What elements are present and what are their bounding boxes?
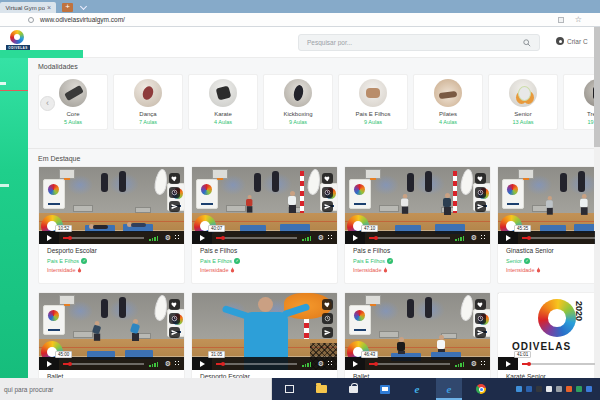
volume-icon[interactable] (302, 362, 311, 367)
video-thumbnail[interactable]: 46:43 ⚙ (345, 293, 490, 370)
site-search[interactable] (298, 34, 540, 51)
tray-icon[interactable] (576, 386, 582, 392)
modalidade-card[interactable]: Dança 7 Aulas (113, 74, 183, 130)
site-logo-icon[interactable] (10, 30, 24, 44)
volume-icon[interactable] (455, 362, 464, 367)
address-bar[interactable]: www.odivelasvirtualgym.com/ ☆ (0, 13, 600, 27)
volume-icon[interactable] (455, 236, 464, 241)
mail-button[interactable] (372, 378, 398, 400)
video-thumbnail[interactable]: 40:07 ⚙ (192, 167, 337, 244)
browser-tab[interactable]: Virtual Gym po × (0, 2, 56, 13)
tab-close-icon[interactable]: × (47, 4, 51, 11)
favorite-heart-icon[interactable] (475, 173, 486, 184)
scrollbar-thumb[interactable] (594, 27, 600, 147)
fullscreen-icon[interactable] (327, 360, 333, 366)
play-button[interactable] (345, 357, 365, 370)
progress-bar[interactable] (522, 237, 595, 239)
modalidade-card[interactable]: Treino F 19 Aulas (563, 74, 595, 130)
video-card[interactable]: ODIVELAS2020 41:01 ⚙ Karaté Senior (497, 292, 595, 378)
favorite-heart-icon[interactable] (322, 173, 333, 184)
watch-later-clock-icon[interactable] (169, 313, 180, 324)
fullscreen-icon[interactable] (480, 234, 486, 240)
favorite-heart-icon[interactable] (169, 173, 180, 184)
video-thumbnail[interactable]: 45:35 ⚙ (498, 167, 595, 244)
settings-gear-icon[interactable]: ⚙ (318, 233, 324, 242)
tab-list-dropdown-icon[interactable] (80, 4, 86, 10)
video-card[interactable]: 10:52 ⚙ Desporto Escolar Pais E Filhos ✓… (38, 166, 185, 284)
share-send-icon[interactable] (322, 327, 333, 338)
volume-icon[interactable] (302, 236, 311, 241)
play-button[interactable] (192, 357, 212, 370)
share-send-icon[interactable] (475, 201, 486, 212)
video-card[interactable]: 47:10 ⚙ Pais e Filhos Pais E Filhos ✓ In… (344, 166, 491, 284)
watch-later-clock-icon[interactable] (169, 187, 180, 198)
taskbar-search[interactable]: qui para procurar (0, 378, 272, 400)
tray-icon[interactable] (566, 386, 572, 392)
fullscreen-icon[interactable] (174, 360, 180, 366)
modalidade-card[interactable]: Karate 4 Aulas (188, 74, 258, 130)
tray-icon[interactable] (516, 386, 522, 392)
video-card[interactable]: 31:05 ⚙ Desporto Escolar (191, 292, 338, 378)
play-button[interactable] (498, 231, 518, 244)
video-title[interactable]: Desporto Escolar (47, 247, 176, 254)
progress-bar[interactable] (63, 237, 144, 239)
progress-bar[interactable] (369, 363, 450, 365)
progress-handle[interactable] (527, 236, 531, 240)
play-button[interactable] (39, 357, 59, 370)
share-send-icon[interactable] (169, 201, 180, 212)
progress-bar[interactable] (63, 363, 144, 365)
video-title[interactable]: Pais e Filhos (200, 247, 329, 254)
url-text[interactable]: www.odivelasvirtualgym.com/ (40, 16, 125, 23)
modalidade-card[interactable]: Pilates 4 Aulas (413, 74, 483, 130)
video-category-tag[interactable]: Pais E Filhos ✓ (353, 258, 482, 264)
settings-gear-icon[interactable]: ⚙ (471, 359, 477, 368)
search-input[interactable] (307, 36, 507, 49)
play-button[interactable] (345, 231, 365, 244)
reading-view-icon[interactable] (558, 17, 564, 23)
video-thumbnail[interactable]: 31:05 ⚙ (192, 293, 337, 370)
fullscreen-icon[interactable] (174, 234, 180, 240)
progress-handle[interactable] (221, 236, 225, 240)
watch-later-clock-icon[interactable] (322, 313, 333, 324)
internet-explorer-button[interactable]: e (404, 378, 430, 400)
progress-handle[interactable] (374, 236, 378, 240)
video-thumbnail[interactable]: ODIVELAS2020 41:01 ⚙ (498, 293, 595, 370)
play-button[interactable] (192, 231, 212, 244)
tray-icon[interactable] (536, 386, 542, 392)
progress-bar[interactable] (369, 237, 450, 239)
site-info-icon[interactable] (28, 17, 34, 23)
video-category-tag[interactable]: Pais E Filhos ✓ (200, 258, 329, 264)
video-title[interactable]: Pais e Filhos (353, 247, 482, 254)
carousel-prev-button[interactable]: ‹ (40, 96, 55, 111)
watch-later-clock-icon[interactable] (475, 313, 486, 324)
watch-later-clock-icon[interactable] (322, 187, 333, 198)
settings-gear-icon[interactable]: ⚙ (471, 233, 477, 242)
tray-icon[interactable] (546, 386, 552, 392)
video-thumbnail[interactable]: 45:00 ⚙ (39, 293, 184, 370)
watch-later-clock-icon[interactable] (475, 187, 486, 198)
share-send-icon[interactable] (322, 201, 333, 212)
tray-icon[interactable] (586, 386, 592, 392)
settings-gear-icon[interactable]: ⚙ (318, 359, 324, 368)
video-title[interactable]: Ginastica Senior (506, 247, 595, 254)
modalidade-card[interactable]: Pais E Filhos 9 Aulas (338, 74, 408, 130)
favorite-heart-icon[interactable] (169, 299, 180, 310)
edge-button[interactable]: e (436, 378, 462, 400)
fullscreen-icon[interactable] (480, 360, 486, 366)
page-scrollbar[interactable] (594, 27, 600, 378)
progress-bar[interactable] (216, 237, 297, 239)
video-thumbnail[interactable]: 47:10 ⚙ (345, 167, 490, 244)
new-tab-button[interactable]: + (62, 3, 73, 12)
sidebar[interactable] (0, 58, 28, 378)
progress-handle[interactable] (527, 362, 531, 366)
share-send-icon[interactable] (169, 327, 180, 338)
progress-handle[interactable] (68, 362, 72, 366)
task-view-button[interactable] (276, 378, 302, 400)
fullscreen-icon[interactable] (327, 234, 333, 240)
share-send-icon[interactable] (475, 327, 486, 338)
tray-icon[interactable] (526, 386, 532, 392)
modalidade-card[interactable]: Kickboxing 9 Aulas (263, 74, 333, 130)
favorite-heart-icon[interactable] (475, 299, 486, 310)
video-card[interactable]: 46:43 ⚙ Ballet (344, 292, 491, 378)
play-button[interactable] (498, 357, 518, 370)
